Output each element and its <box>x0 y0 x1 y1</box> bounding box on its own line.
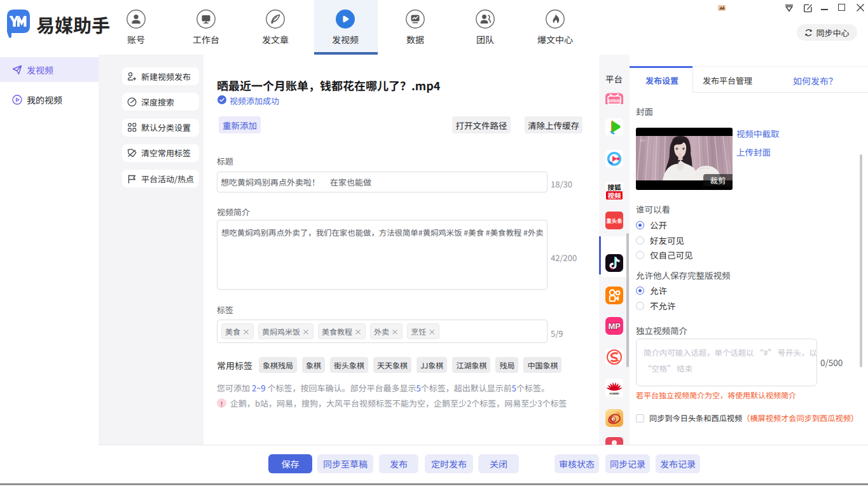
svg-text:重头条: 重头条 <box>606 217 623 224</box>
svg-text:HUAWEI: HUAWEI <box>609 393 619 395</box>
svg-text:MP: MP <box>608 321 621 331</box>
svg-text:快手: 快手 <box>640 138 646 142</box>
svg-text:bilibili: bilibili <box>609 98 621 103</box>
svg-text:视频: 视频 <box>608 191 621 200</box>
